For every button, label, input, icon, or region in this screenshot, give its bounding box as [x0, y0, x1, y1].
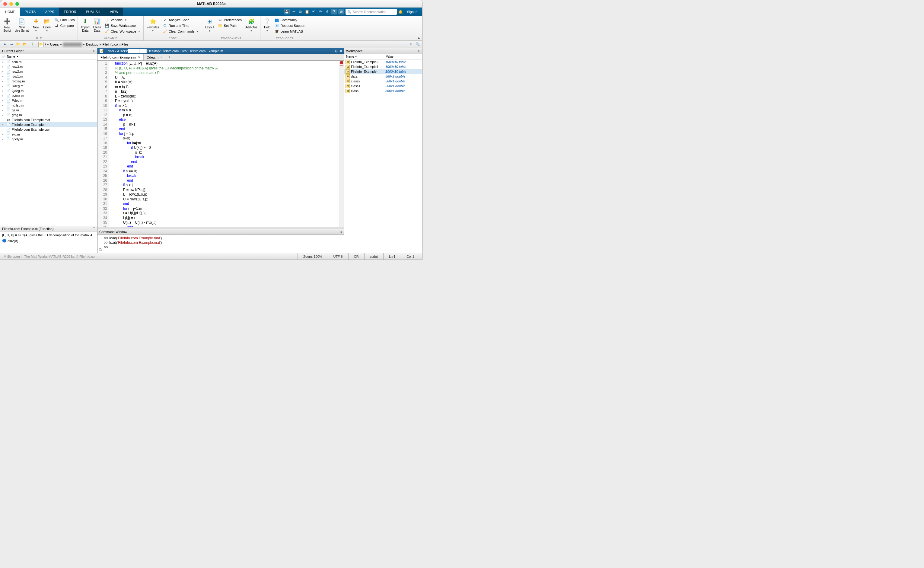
- new-tab-button[interactable]: +: [166, 54, 173, 60]
- new-button[interactable]: ✚ New ▼: [31, 17, 41, 33]
- file-item[interactable]: ▸📄rotdeg.m: [0, 79, 97, 84]
- workspace-variable[interactable]: ⊞FileInfo_Example1000x10 table: [344, 69, 422, 74]
- print-icon[interactable]: ⎙: [325, 9, 330, 15]
- workspace-list[interactable]: ⊞FileInfo_Example21000x10 table⊞FileInfo…: [344, 59, 422, 253]
- file-item[interactable]: ▸📄Rdeg.m: [0, 84, 97, 88]
- set-path-button[interactable]: 📁 Set Path: [217, 23, 243, 29]
- path-user[interactable]: ████████: [63, 42, 82, 46]
- path-desktop[interactable]: Desktop: [86, 42, 98, 46]
- workspace-header[interactable]: Name ▼ Value: [344, 54, 422, 59]
- request-support-button[interactable]: 📧 Request Support: [273, 23, 306, 29]
- new-script-button[interactable]: ➕ New Script: [2, 17, 12, 33]
- tab-home[interactable]: HOME: [0, 8, 20, 16]
- cut-icon[interactable]: ✂: [291, 9, 297, 15]
- layout-button[interactable]: ⊞ Layout ▼: [204, 17, 216, 33]
- status-encoding[interactable]: UTF-8: [328, 253, 348, 260]
- file-item[interactable]: ▸📄row3.m: [0, 64, 97, 69]
- import-data-button[interactable]: ⬇ Import Data: [80, 17, 91, 33]
- new-live-script-button[interactable]: 📄 New Live Script: [14, 17, 30, 33]
- close-tab-icon[interactable]: ✕: [160, 56, 163, 59]
- editor-close-button[interactable]: ✕: [340, 49, 342, 53]
- status-eol[interactable]: CR: [348, 253, 364, 260]
- file-item[interactable]: ▸📄Qdeg.m: [0, 88, 97, 93]
- tab-view[interactable]: VIEW: [105, 8, 123, 16]
- community-button[interactable]: 👥 Community: [273, 17, 306, 23]
- editor-actions-button[interactable]: ⊙: [335, 49, 338, 53]
- workspace-variable[interactable]: ⊞class2560x1 double: [344, 79, 422, 84]
- clean-data-button[interactable]: 📊 Clean Data: [92, 17, 102, 33]
- error-tick[interactable]: [340, 65, 343, 65]
- editor-tab-2[interactable]: Qdeg.m ✕: [143, 54, 166, 60]
- close-tab-icon[interactable]: ✕: [138, 56, 140, 59]
- fx-icon[interactable]: fx: [99, 247, 104, 252]
- save-workspace-button[interactable]: 💾 Save Workspace: [104, 23, 142, 29]
- ribbon-collapse-button[interactable]: ▲: [417, 35, 421, 40]
- redo-icon[interactable]: ↷: [318, 9, 323, 15]
- sign-in-link[interactable]: Sign In: [405, 10, 420, 14]
- run-and-time-button[interactable]: ⏱ Run and Time: [162, 23, 200, 29]
- file-item[interactable]: ▸📄gs.m: [0, 108, 97, 113]
- command-window[interactable]: fx >> load('FileInfo.com Example.mat')>>…: [97, 235, 344, 253]
- panel-menu-button[interactable]: ⊙: [93, 49, 95, 53]
- current-folder-header[interactable]: 📄 Name ▼: [0, 54, 97, 59]
- workspace-variable[interactable]: ⊞class560x1 double: [344, 88, 422, 93]
- analyze-code-button[interactable]: ✓ Analyze Code: [162, 17, 200, 23]
- find-files-button[interactable]: 🔍 Find Files: [53, 17, 76, 23]
- path-users[interactable]: Users: [50, 42, 59, 46]
- path-root[interactable]: /: [45, 42, 46, 46]
- tab-apps[interactable]: APPS: [41, 8, 59, 16]
- workspace-variable[interactable]: ⊞class1560x1 double: [344, 84, 422, 88]
- editor-message-bar[interactable]: [339, 60, 344, 227]
- status-lang[interactable]: script: [364, 253, 383, 260]
- copy-icon[interactable]: ⧉: [298, 9, 303, 15]
- tab-publish[interactable]: PUBLISH: [81, 8, 105, 16]
- file-item[interactable]: ▸📄Pdeg.m: [0, 98, 97, 103]
- compare-button[interactable]: ⇄ Compare: [53, 23, 76, 29]
- open-button[interactable]: 📂 Open ▼: [42, 17, 51, 33]
- browse-folder-button[interactable]: 📑: [29, 42, 34, 47]
- workspace-variable[interactable]: ⊞data560x2 double: [344, 74, 422, 79]
- error-indicator[interactable]: [340, 61, 343, 64]
- path-dropdown[interactable]: ▾: [408, 42, 414, 47]
- zoom-window-button[interactable]: [15, 2, 19, 6]
- details-collapse-button[interactable]: ⌃: [93, 227, 95, 231]
- workspace-variable[interactable]: ⊞FileInfo_Example11000x10 table: [344, 64, 422, 69]
- folder-history-button[interactable]: 📂: [22, 42, 27, 47]
- clear-workspace-button[interactable]: 🧹 Clear Workspace ▼: [104, 29, 142, 34]
- variable-button[interactable]: ⊞ Variable ▼: [104, 17, 142, 23]
- code-area[interactable]: function [L, U, P] = elu2(A)% [L, U, P] …: [109, 60, 339, 227]
- minimize-window-button[interactable]: [9, 2, 13, 6]
- command-window-menu-button[interactable]: ⊙: [340, 230, 342, 234]
- file-item[interactable]: ▸📄nullsp.m: [0, 103, 97, 108]
- favorites-button[interactable]: ⭐ Favorites ▼: [145, 17, 160, 33]
- workspace-variable[interactable]: ⊞FileInfo_Example21000x10 table: [344, 59, 422, 64]
- up-folder-button[interactable]: 📁: [15, 42, 21, 47]
- workspace-menu-button[interactable]: ⊙: [418, 49, 420, 53]
- file-list[interactable]: ▸📄soln.m▸📄row3.m▸📄row2.m▸📄row1.m▸📄rotdeg…: [0, 59, 97, 226]
- editor-body[interactable]: 1234567891011121314151617181920212223242…: [97, 60, 344, 227]
- forward-button[interactable]: ➡: [9, 42, 14, 47]
- file-item[interactable]: ▸📄cpoly.m: [0, 137, 97, 142]
- file-item[interactable]: 📄FileInfo.com Example.csv: [0, 127, 97, 132]
- save-icon[interactable]: 💾: [284, 9, 290, 15]
- back-button[interactable]: ⬅: [2, 42, 8, 47]
- editor-tab-1[interactable]: FileInfo.com Example.m ✕: [97, 54, 143, 60]
- file-item[interactable]: ▸📄row2.m: [0, 69, 97, 74]
- tab-editor[interactable]: EDITOR: [59, 8, 81, 16]
- path-search-icon[interactable]: 🔍: [415, 42, 420, 47]
- file-item[interactable]: ▸📄pvtcol.m: [0, 93, 97, 98]
- clear-commands-button[interactable]: 🧹 Clear Commands ▼: [162, 29, 200, 34]
- file-item[interactable]: 🗂FileInfo.com Example.mat: [0, 118, 97, 122]
- addon-icon[interactable]: ⊕: [338, 9, 344, 15]
- addons-button[interactable]: 🧩 Add-Ons ▼: [244, 17, 258, 33]
- file-item[interactable]: ▸📄row1.m: [0, 74, 97, 79]
- file-item[interactable]: ▸📄soln.m: [0, 59, 97, 64]
- tab-plots[interactable]: PLOTS: [20, 8, 41, 16]
- help-icon[interactable]: ?: [331, 9, 337, 15]
- help-button[interactable]: ❔ Help ▼: [262, 17, 272, 33]
- notifications-icon[interactable]: 🔔: [398, 9, 403, 15]
- path-folder[interactable]: FileInfo.com Files: [103, 42, 128, 46]
- close-window-button[interactable]: [3, 2, 7, 6]
- search-documentation[interactable]: 🔍 Search Documentation: [346, 9, 397, 15]
- file-item[interactable]: ▸📄FileInfo.com Example.m: [0, 122, 97, 127]
